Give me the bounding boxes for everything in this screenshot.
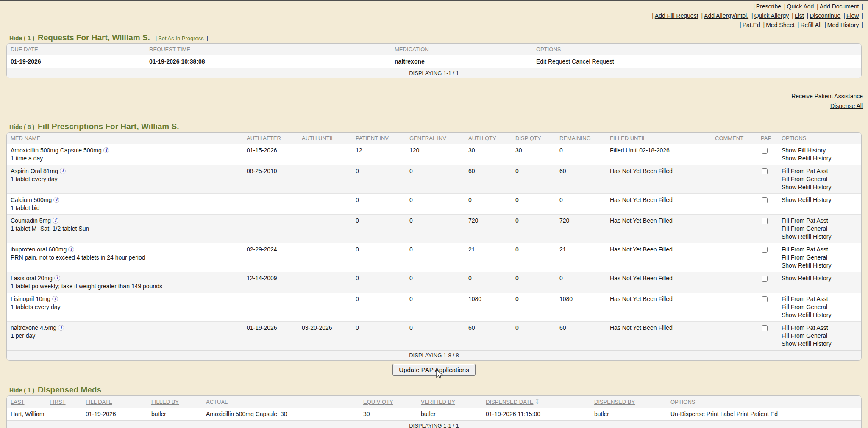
requests-hide-link[interactable]: Hide ( 1 ) bbox=[9, 35, 34, 41]
pap-checkbox[interactable] bbox=[762, 218, 768, 224]
show-refill-history-link[interactable]: Show Refill History bbox=[782, 274, 860, 282]
info-icon[interactable]: i bbox=[53, 197, 59, 203]
pap-checkbox[interactable] bbox=[762, 148, 768, 154]
fill-from-general-link[interactable]: Fill From General bbox=[782, 254, 860, 262]
fill-from-general-link[interactable]: Fill From General bbox=[782, 225, 860, 233]
fill-from-pat-asst-link[interactable]: Fill From Pat Asst bbox=[782, 217, 860, 225]
info-icon[interactable]: i bbox=[52, 296, 58, 302]
show-refill-history-link[interactable]: Show Refill History bbox=[782, 196, 860, 204]
fill-from-pat-asst-link[interactable]: Fill From Pat Asst bbox=[782, 295, 860, 303]
pap-checkbox[interactable] bbox=[762, 168, 768, 174]
col-header-due-date[interactable]: DUE DATE bbox=[7, 44, 147, 55]
requests-section: Hide ( 1 ) Requests For Hart, William S.… bbox=[3, 33, 865, 82]
auth-after-cell: 12-14-2009 bbox=[245, 272, 300, 293]
fill-hide-link[interactable]: Hide ( 8 ) bbox=[9, 124, 34, 130]
col-header-auth-until[interactable]: AUTH UNTIL bbox=[300, 133, 354, 144]
request-due-date: 01-19-2026 bbox=[7, 55, 147, 68]
nav-separator: | bbox=[156, 35, 157, 41]
disp-qty-cell: 30 bbox=[514, 144, 558, 165]
fill-title: Fill Prescriptions For Hart, William S. bbox=[38, 122, 179, 131]
col-header-dispensed-date[interactable]: DISPENSED DATE↧ bbox=[484, 396, 593, 408]
col-header-dispensed-by[interactable]: DISPENSED BY bbox=[593, 396, 669, 408]
nav-link-med-sheet[interactable]: Med Sheet bbox=[766, 22, 795, 28]
info-icon[interactable]: i bbox=[103, 147, 109, 153]
fill-from-general-link[interactable]: Fill From General bbox=[782, 303, 860, 311]
nav-link-flow[interactable]: Flow bbox=[846, 12, 859, 19]
info-icon[interactable]: i bbox=[60, 168, 66, 174]
fill-header-row: MED NAME AUTH AFTER AUTH UNTIL PATIENT I… bbox=[7, 133, 861, 144]
auth-qty-cell: 60 bbox=[467, 165, 514, 194]
receive-patient-assistance-link[interactable]: Receive Patient Assistance bbox=[791, 91, 863, 101]
med-sig: 1 per day bbox=[11, 332, 243, 340]
med-sig: 1 tablet po weekly; take if weight great… bbox=[11, 282, 243, 290]
filled-until-cell: Has Not Yet Been Filled bbox=[608, 165, 713, 194]
col-header-verified-by[interactable]: VERIFIED BY bbox=[419, 396, 484, 408]
col-header-actual: ACTUAL bbox=[204, 396, 362, 408]
fill-from-pat-asst-link[interactable]: Fill From Pat Asst bbox=[782, 167, 860, 175]
col-header-auth-after[interactable]: AUTH AFTER bbox=[245, 133, 300, 144]
fill-from-general-link[interactable]: Fill From General bbox=[782, 332, 860, 340]
update-pap-applications-button[interactable]: Update PAP Applications bbox=[392, 364, 475, 376]
nav-link-quick-allergy[interactable]: Quick Allergy bbox=[754, 12, 789, 19]
show-refill-history-link[interactable]: Show Refill History bbox=[782, 183, 860, 191]
info-icon[interactable]: i bbox=[58, 325, 64, 331]
col-header-patient-inv[interactable]: PATIENT INV bbox=[354, 133, 408, 144]
top-nav: |Prescribe |Quick Add |Add Document | |A… bbox=[0, 1, 868, 30]
dispensed-legend: Hide ( 1 ) Dispensed Meds bbox=[7, 385, 103, 395]
dispensed-hide-link[interactable]: Hide ( 1 ) bbox=[9, 387, 34, 394]
show-refill-history-link[interactable]: Show Refill History bbox=[782, 155, 860, 163]
edit-request-link[interactable]: Edit Request bbox=[536, 58, 570, 65]
disp-qty-cell: 0 bbox=[514, 322, 558, 351]
fill-from-pat-asst-link[interactable]: Fill From Pat Asst bbox=[782, 324, 860, 332]
nav-link-add-fill-request[interactable]: Add Fill Request bbox=[655, 12, 698, 19]
nav-link-add-allergy-intol[interactable]: Add Allergy/Intol. bbox=[704, 12, 748, 19]
nav-link-quick-add[interactable]: Quick Add bbox=[787, 3, 814, 10]
show-refill-history-link[interactable]: Show Refill History bbox=[782, 233, 860, 241]
fill-row: Calcium 500mgi 1 tablet bid 0 0 0 0 0 Ha… bbox=[7, 194, 861, 215]
pap-checkbox[interactable] bbox=[762, 276, 768, 282]
remaining-cell: 0 bbox=[558, 272, 608, 293]
pap-checkbox[interactable] bbox=[762, 325, 768, 331]
col-header-fill-date[interactable]: FILL DATE bbox=[84, 396, 150, 408]
fill-row: Lisinopril 10mgi 1 tablets every day 0 0… bbox=[7, 293, 861, 322]
show-refill-history-link[interactable]: Show Refill History bbox=[782, 311, 860, 319]
show-fill-history-link[interactable]: Show Fill History bbox=[782, 146, 860, 155]
col-header-equiv-qty[interactable]: EQUIV QTY bbox=[362, 396, 419, 408]
nav-link-med-history[interactable]: Med History bbox=[827, 22, 859, 28]
nav-link-refill-all[interactable]: Refill All bbox=[800, 22, 821, 28]
col-header-first[interactable]: FIRST bbox=[48, 396, 84, 408]
print-label-link[interactable]: Print Label bbox=[707, 411, 735, 417]
show-refill-history-link[interactable]: Show Refill History bbox=[782, 340, 860, 348]
info-icon[interactable]: i bbox=[53, 218, 58, 224]
show-refill-history-link[interactable]: Show Refill History bbox=[782, 262, 860, 270]
auth-qty-cell: 21 bbox=[467, 243, 514, 272]
col-header-general-inv[interactable]: GENERAL INV bbox=[408, 133, 467, 144]
fill-from-pat-asst-link[interactable]: Fill From Pat Asst bbox=[782, 246, 860, 254]
col-header-filled-by[interactable]: FILLED BY bbox=[150, 396, 204, 408]
info-icon[interactable]: i bbox=[54, 275, 60, 281]
dispense-all-link[interactable]: Dispense All bbox=[830, 101, 863, 111]
set-as-in-progress-link[interactable]: Set As In Progress bbox=[158, 35, 204, 41]
comment-cell bbox=[713, 194, 759, 215]
col-header-request-time[interactable]: REQUEST TIME bbox=[147, 44, 393, 55]
col-header-med-name[interactable]: MED NAME bbox=[7, 133, 245, 144]
nav-link-list[interactable]: List bbox=[795, 12, 804, 19]
fill-from-general-link[interactable]: Fill From General bbox=[782, 175, 860, 183]
auth-qty-cell: 0 bbox=[467, 272, 514, 293]
nav-link-add-document[interactable]: Add Document bbox=[820, 3, 859, 10]
cancel-request-link[interactable]: Cancel Request bbox=[572, 58, 614, 65]
nav-link-discontinue[interactable]: Discontinue bbox=[810, 12, 840, 19]
col-header-medication[interactable]: MEDICATION bbox=[393, 44, 534, 55]
info-icon[interactable]: i bbox=[68, 246, 74, 252]
col-header-last[interactable]: LAST bbox=[7, 396, 48, 408]
nav-separator: | bbox=[807, 12, 809, 19]
dispensed-by: butler bbox=[593, 408, 669, 421]
un-dispense-link[interactable]: Un-Dispense bbox=[670, 411, 705, 417]
pap-checkbox[interactable] bbox=[762, 296, 768, 302]
nav-link-pat-ed[interactable]: Pat.Ed bbox=[743, 22, 760, 28]
remaining-cell: 1080 bbox=[558, 293, 608, 322]
nav-link-prescribe[interactable]: Prescribe bbox=[756, 3, 781, 10]
print-patient-ed-link[interactable]: Print Patient Ed bbox=[737, 411, 778, 417]
pap-checkbox[interactable] bbox=[762, 247, 768, 253]
pap-checkbox[interactable] bbox=[762, 197, 768, 203]
